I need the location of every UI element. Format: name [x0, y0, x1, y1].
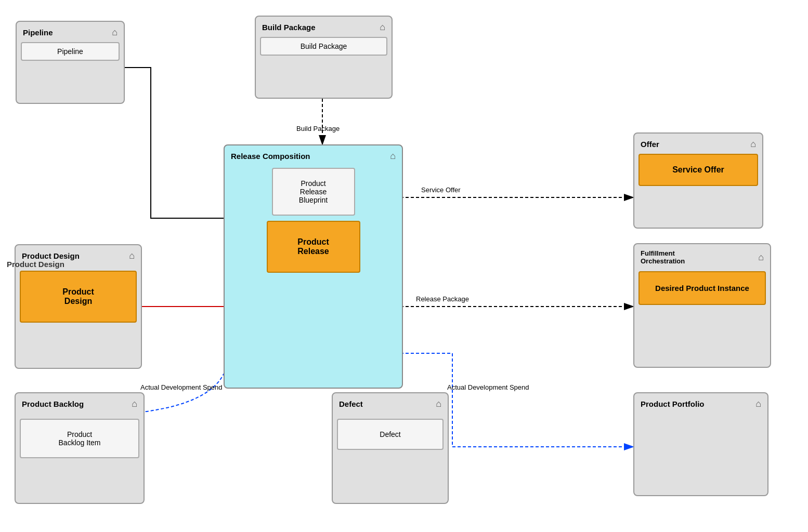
defect-icon: ⌂ [436, 398, 441, 409]
offer-header: Offer ⌂ [638, 138, 758, 151]
product-release-inner: ProductRelease [267, 221, 360, 273]
product-design-title: Product Design [22, 251, 80, 260]
pipeline-inner: Pipeline [21, 42, 120, 61]
build-package-box: Build Package ⌂ Build Package [255, 16, 393, 99]
build-package-icon: ⌂ [380, 22, 385, 33]
build-package-label: Build Package [296, 125, 340, 132]
defect-title: Defect [339, 400, 363, 408]
product-portfolio-title: Product Portfolio [641, 400, 705, 408]
fulfillment-icon: ⌂ [758, 252, 764, 263]
product-portfolio-header: Product Portfolio ⌂ [638, 397, 763, 410]
pipeline-header: Pipeline ⌂ [21, 26, 120, 39]
pipeline-title: Pipeline [23, 28, 53, 37]
product-backlog-item-inner: ProductBacklog Item [20, 419, 139, 458]
service-offer-label: Service Offer [421, 186, 461, 194]
pipeline-package: Pipeline ⌂ Pipeline [16, 21, 125, 104]
diagram-canvas: Pipeline ⌂ Pipeline Build Package ⌂ Buil… [0, 0, 808, 532]
product-release-blueprint-inner: ProductReleaseBlueprint [272, 168, 355, 216]
defect-header: Defect ⌂ [337, 397, 444, 410]
release-composition-header: Release Composition ⌂ [229, 150, 398, 163]
actual-dev-spend-right-label: Actual Development Spend [447, 383, 529, 391]
product-backlog-icon: ⌂ [132, 398, 137, 409]
pipeline-icon: ⌂ [112, 27, 118, 38]
fulfillment-title: FulfillmentOrchestration [641, 249, 685, 265]
release-composition-title: Release Composition [231, 152, 310, 161]
product-portfolio-package: Product Portfolio ⌂ [633, 392, 768, 496]
release-composition-icon: ⌂ [390, 151, 396, 162]
offer-icon: ⌂ [750, 139, 756, 150]
defect-package: Defect ⌂ Defect [332, 392, 449, 504]
release-package-label: Release Package [416, 295, 469, 303]
build-package-title: Build Package [262, 23, 316, 32]
desired-product-instance-inner: Desired Product Instance [638, 271, 766, 305]
offer-title: Offer [641, 140, 659, 149]
build-package-header: Build Package ⌂ [260, 21, 387, 34]
product-backlog-package: Product Backlog ⌂ ProductBacklog Item [15, 392, 145, 504]
defect-inner: Defect [337, 419, 444, 450]
product-design-icon: ⌂ [129, 250, 135, 261]
actual-dev-spend-left-label: Actual Development Spend [140, 383, 223, 391]
pipeline-to-rc-line [120, 68, 224, 218]
product-design-inner: ProductDesign [20, 271, 137, 323]
offer-package: Offer ⌂ Service Offer [633, 132, 763, 229]
service-offer-inner: Service Offer [638, 154, 758, 186]
fulfillment-header: FulfillmentOrchestration ⌂ [638, 248, 766, 266]
product-portfolio-icon: ⌂ [755, 398, 761, 409]
build-package-inner: Build Package [260, 37, 387, 56]
fulfillment-package: FulfillmentOrchestration ⌂ Desired Produ… [633, 243, 771, 368]
product-backlog-header: Product Backlog ⌂ [20, 397, 139, 410]
product-backlog-title: Product Backlog [22, 400, 84, 408]
product-design-context-label: Product Design [7, 260, 64, 269]
release-composition-package: Release Composition ⌂ ProductReleaseBlue… [224, 144, 403, 389]
